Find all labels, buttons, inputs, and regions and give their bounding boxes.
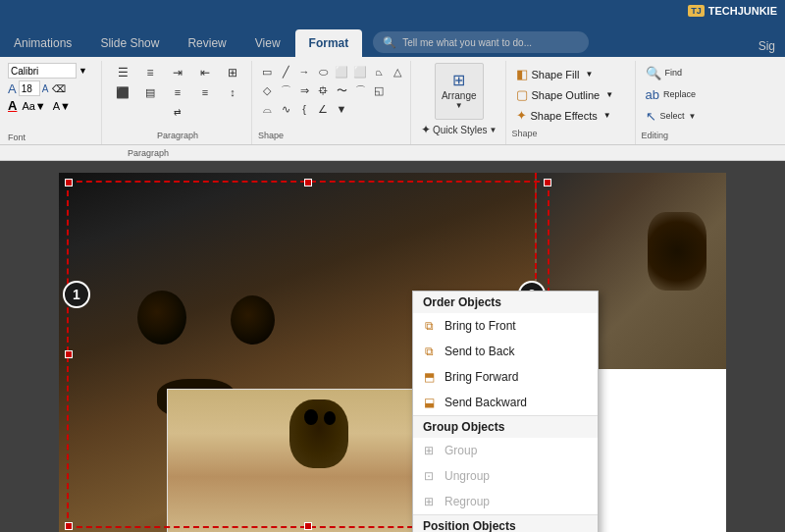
font-shrink-icon[interactable]: A bbox=[42, 83, 49, 94]
find-icon: 🔍 bbox=[646, 66, 661, 80]
paragraph-group: ☰ ≡ ⇥ ⇤ ⊞ ⬛ ▤ ≡ ≡ ↕ ⇄ Paragraph bbox=[104, 61, 252, 144]
font-color-a2[interactable]: A▼ bbox=[51, 99, 73, 113]
ribbon-bottom-bar: Paragraph bbox=[0, 145, 785, 161]
linespace-btn[interactable]: ↕ bbox=[220, 82, 245, 102]
quick-styles-icon: ✦ bbox=[421, 123, 431, 136]
replace-icon: ab bbox=[646, 87, 659, 102]
shape-fill-icon: ◧ bbox=[516, 67, 528, 81]
shape-angle-btn[interactable]: ∠ bbox=[314, 100, 332, 118]
bring-to-front-item[interactable]: ⧉ Bring to Front bbox=[413, 313, 598, 339]
numbers-btn[interactable]: ≡ bbox=[137, 63, 163, 82]
shapes-row1: ▭ ╱ → ⬭ ⬜ ⬜ ⏢ △ bbox=[258, 63, 406, 80]
find-btn[interactable]: 🔍 Find bbox=[642, 63, 712, 82]
select-btn[interactable]: ↖ Select ▼ bbox=[642, 106, 712, 126]
search-placeholder: Tell me what you want to do... bbox=[402, 37, 532, 48]
font-aa-icon[interactable]: Aa▼ bbox=[19, 99, 48, 113]
arrange-dropdown-menu: Order Objects ⧉ Bring to Front ⧉ Send to… bbox=[412, 291, 599, 532]
search-icon: 🔍 bbox=[383, 36, 396, 49]
shape-arrow-btn[interactable]: → bbox=[295, 63, 313, 80]
shape-tri-btn[interactable]: △ bbox=[389, 63, 406, 80]
bullets-btn[interactable]: ☰ bbox=[110, 63, 135, 82]
badge-1: 1 bbox=[63, 281, 90, 308]
logo-text: TECHJUNKIE bbox=[708, 5, 777, 17]
paragraph-row3: ⇄ bbox=[165, 102, 190, 122]
ribbon: ▼ A A ⌫ A Aa▼ A▼ Font ☰ ≡ ⇥ ⇤ ⊞ ⬛ ▤ ≡ ≡ … bbox=[0, 57, 785, 145]
replace-btn[interactable]: ab Replace bbox=[642, 84, 712, 104]
shape-outline-btn[interactable]: ▢ Shape Outline ▼ bbox=[512, 85, 631, 104]
arrange-dropdown-icon: ▼ bbox=[455, 101, 463, 110]
shape-effects-btn[interactable]: ✦ Shape Effects ▼ bbox=[512, 106, 631, 125]
ungroup-icon: ⊡ bbox=[421, 468, 437, 484]
paragraph-row2: ⬛ ▤ ≡ ≡ ↕ bbox=[110, 82, 245, 102]
shape-more-btn[interactable]: ⬜ bbox=[351, 63, 369, 80]
convert-btn[interactable]: ⇄ bbox=[165, 102, 190, 122]
tab-format[interactable]: Format bbox=[295, 29, 363, 57]
font-style-row: A Aa▼ A▼ bbox=[8, 98, 97, 113]
shape-para-btn[interactable]: ⏢ bbox=[370, 63, 388, 80]
dedent-btn[interactable]: ⇤ bbox=[192, 63, 218, 82]
shape-line-btn[interactable]: ╱ bbox=[277, 63, 294, 80]
send-backward-icon: ⬓ bbox=[421, 395, 437, 410]
search-bar[interactable]: 🔍 Tell me what you want to do... bbox=[373, 31, 589, 53]
order-objects-header: Order Objects bbox=[413, 292, 598, 313]
tab-slideshow[interactable]: Slide Show bbox=[86, 29, 173, 57]
align-center-btn[interactable]: ▤ bbox=[137, 82, 163, 102]
tab-review[interactable]: Review bbox=[174, 29, 239, 57]
shape-fill-btn[interactable]: ◧ Shape Fill ▼ bbox=[512, 65, 631, 83]
shape-callout-btn[interactable]: ◱ bbox=[370, 81, 388, 99]
font-name-row: ▼ bbox=[8, 63, 97, 79]
font-name-input[interactable] bbox=[8, 63, 77, 79]
send-to-back-icon: ⧉ bbox=[421, 344, 437, 359]
font-grow-icon[interactable]: A bbox=[8, 81, 17, 96]
tab-animations[interactable]: Animations bbox=[0, 29, 85, 57]
columns-btn[interactable]: ⊞ bbox=[220, 63, 245, 82]
shape-star-btn[interactable]: ⯐ bbox=[314, 81, 332, 99]
paragraph-group-label: Paragraph bbox=[157, 131, 198, 142]
shape-block-btn[interactable]: ⬜ bbox=[333, 63, 350, 80]
shape-arrow2-btn[interactable]: ⇒ bbox=[295, 81, 313, 99]
shapes-group: ▭ ╱ → ⬭ ⬜ ⬜ ⏢ △ ◇ ⌒ ⇒ ⯐ 〜 ⌒ ◱ ⌓ ∿ { ∠ ▼ … bbox=[254, 61, 411, 144]
shape-effects-group: ◧ Shape Fill ▼ ▢ Shape Outline ▼ ✦ Shape… bbox=[508, 61, 636, 144]
shape-brace-btn[interactable]: { bbox=[295, 100, 313, 118]
arrange-group: ⊞ Arrange ▼ ✦ Quick Styles ▼ bbox=[413, 61, 506, 144]
tab-view[interactable]: View bbox=[241, 29, 294, 57]
ungroup-item[interactable]: ⊡ Ungroup bbox=[413, 463, 598, 489]
logo-icon: TJ bbox=[688, 5, 705, 17]
bring-forward-item[interactable]: ⬒ Bring Forward bbox=[413, 364, 598, 390]
shape-expand-btn[interactable]: ▼ bbox=[333, 100, 350, 118]
justify-btn[interactable]: ≡ bbox=[192, 82, 218, 102]
shape-oval-btn[interactable]: ⬭ bbox=[314, 63, 332, 80]
send-backward-item[interactable]: ⬓ Send Backward bbox=[413, 390, 598, 415]
align-left-btn[interactable]: ⬛ bbox=[110, 82, 135, 102]
font-color-a[interactable]: A bbox=[8, 98, 17, 113]
send-to-back-item[interactable]: ⧉ Send to Back bbox=[413, 339, 598, 364]
regroup-label: Regroup bbox=[445, 495, 490, 508]
shape-bracket-btn[interactable]: ⌒ bbox=[351, 81, 369, 99]
quick-styles-btn[interactable]: ✦ Quick Styles ▼ bbox=[417, 120, 501, 139]
font-group-label: Font bbox=[8, 133, 97, 142]
editing-group: 🔍 Find ab Replace ↖ Select ▼ Editing bbox=[638, 61, 716, 144]
slide-canvas: ↺ 1 2 Order Objects ⧉ Bring to Front ⧉ S… bbox=[59, 173, 726, 532]
regroup-icon: ⊞ bbox=[421, 494, 437, 509]
sign-in-button[interactable]: Sig bbox=[759, 39, 775, 53]
shape-fill-label: Shape Fill bbox=[532, 69, 580, 80]
shape-squiggle-btn[interactable]: ∿ bbox=[277, 100, 294, 118]
regroup-item[interactable]: ⊞ Regroup bbox=[413, 489, 598, 514]
clear-format-icon[interactable]: ⌫ bbox=[50, 82, 68, 95]
shape-outline-icon: ▢ bbox=[516, 87, 528, 102]
shape-rect-btn[interactable]: ▭ bbox=[258, 63, 276, 80]
font-expand-icon[interactable]: ▼ bbox=[78, 66, 87, 76]
indent-btn[interactable]: ⇥ bbox=[165, 63, 190, 82]
arrange-btn[interactable]: ⊞ Arrange ▼ bbox=[435, 63, 484, 120]
shape-arc-btn[interactable]: ⌓ bbox=[258, 100, 276, 118]
group-item[interactable]: ⊞ Group bbox=[413, 438, 598, 463]
group-label: Group bbox=[445, 444, 477, 457]
paragraph-row1: ☰ ≡ ⇥ ⇤ ⊞ bbox=[110, 63, 245, 82]
shape-effects-arrow: ▼ bbox=[603, 111, 611, 120]
font-group: ▼ A A ⌫ A Aa▼ A▼ Font bbox=[4, 61, 102, 144]
shape-diamond-btn[interactable]: ◇ bbox=[258, 81, 276, 99]
shape-wave-btn[interactable]: 〜 bbox=[333, 81, 350, 99]
shape-curve-btn[interactable]: ⌒ bbox=[277, 81, 294, 99]
font-size-input[interactable] bbox=[19, 80, 40, 96]
align-right-btn[interactable]: ≡ bbox=[165, 82, 190, 102]
